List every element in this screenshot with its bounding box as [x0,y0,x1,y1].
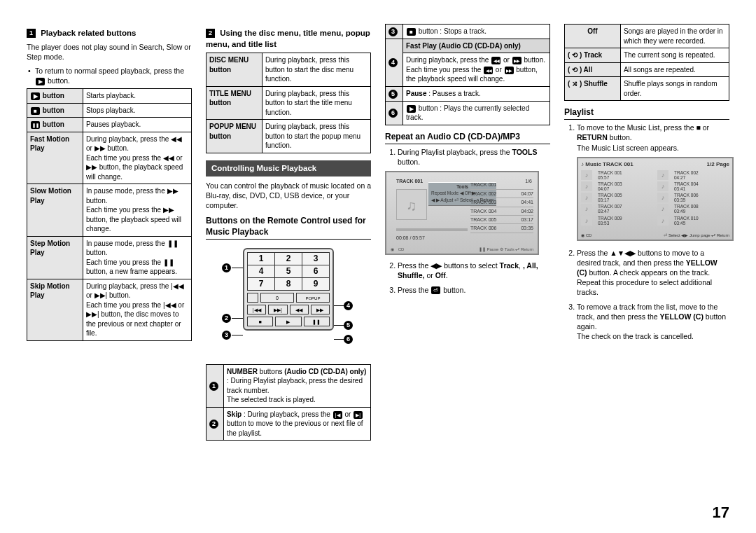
pause-icon [31,121,40,129]
tools-screenshot: TRACK 001 1/6 ♫ Tools Repeat Mode ◀ Off … [385,171,539,255]
music-list-screenshot: ♪ Music TRACK 0011/2 Page ♪TRACK 00105:5… [577,157,734,241]
remote-callout-table-b: 3 button : Stops a track. 4Fast Play (Au… [385,24,550,125]
play-icon [36,78,45,85]
callout-num-1: 1 [209,382,218,391]
repeat-steps-cont: Press the ◀▶ buttons to select Track, , … [385,261,550,295]
heading-disc-menu: 2 Using the disc menu, title menu, popup… [206,28,371,50]
mock-bottom-bar: ◉ CD❚❚ Pause ⚙ Tools ⮐ Return [386,247,538,252]
heading-playback-buttons: 1 Playback related buttons [27,28,192,39]
fast-motion-desc: During playback, press the ◀◀ or ▶▶ butt… [83,132,191,184]
key-3[interactable]: 3 [302,252,330,265]
callout-num-2: 2 [209,420,218,429]
pl-step-1: To move to the Music List, press the ■ o… [577,123,729,241]
callout-1: 1 [222,263,231,272]
heading-text: Playback related buttons [41,29,136,37]
mock2-page: 1/2 Page [707,161,729,169]
playback-note: The player does not play sound in Search… [27,42,192,62]
skip-prev-icon [333,411,342,419]
key-blank [247,293,258,303]
mock2-header: ♪ Music TRACK 001 [581,161,634,169]
repeat-steps: During Playlist playback, press the TOOL… [385,147,550,167]
callout-3: 3 [222,331,231,340]
menu-buttons-table: DISC MENU buttonDuring playback, press t… [206,53,371,153]
pl-step-2: Press the ▲▼◀▶ buttons to move to a desi… [577,248,729,298]
key-skip-prev[interactable]: |◀◀ [247,305,266,314]
key-skip-next[interactable]: ▶▶| [268,305,287,314]
remote-diagram: 123 456 789 0 POPUP |◀◀ ▶▶| ◀◀ ▶▶ ■ [208,245,369,357]
skip-next-icon [354,411,363,419]
mock-track-title: TRACK 001 [396,178,423,184]
step-3: Press the button. [398,285,550,295]
remote-callout-table-a: 1NUMBER buttons (Audio CD (CD-DA) only) … [206,364,371,441]
callout-num-6: 6 [388,109,398,118]
callout-num-5: 5 [388,90,398,99]
callout-2: 2 [222,314,231,323]
music-control-desc: You can control the playback of music lo… [206,181,371,211]
enter-icon [431,286,440,294]
callout-num-3: 3 [388,27,398,36]
fast-play-header: Fast Play (Audio CD (CD-DA) only) [403,39,550,53]
section-number-1: 1 [27,29,36,38]
key-stop[interactable]: ■ [247,317,273,326]
key-2[interactable]: 2 [275,252,302,265]
rewind-icon [484,67,493,74]
step-motion-label: Step Motion Play [27,236,83,279]
remote-keypad: 123 456 789 [247,252,330,291]
heading-controlling-music: Controlling Music Playback [206,160,371,177]
playlist-steps: To move to the Music List, press the ■ o… [564,123,729,341]
music-note-icon: ♫ [396,189,427,220]
skip-motion-desc: During playback, press the |◀◀ or ▶▶| bu… [83,279,191,340]
section-number-2: 2 [206,29,215,38]
step-2: Press the ◀▶ buttons to select Track, , … [398,261,550,280]
progress-bar [396,228,468,231]
slow-motion-desc: In pause mode, press the ▶▶ button. Each… [83,184,191,237]
mock-tracklist: TRACK 001 TRACK 002 04:07 TRACK 003 04:4… [470,181,533,233]
key-6[interactable]: 6 [302,265,330,277]
heading-repeat-cd: Repeat an Audio CD (CD-DA)/MP3 [385,131,550,144]
key-0[interactable]: 0 [260,293,294,303]
mock-time: 00:08 / 05:57 [396,235,425,241]
key-4[interactable]: 4 [248,265,275,277]
column-4: OffSongs are played in the order in whic… [564,21,729,446]
key-rewind[interactable]: ◀◀ [290,305,309,314]
heading-text: Using the disc menu, title menu, popup m… [206,29,370,48]
page-number: 17 [713,502,729,523]
callout-num-4: 4 [388,58,398,67]
step-1: During Playlist playback, press the TOOL… [398,147,550,167]
playback-buttons-table: buttonStarts playback. buttonStops playb… [27,88,192,341]
step-motion-desc: In pause mode, press the ❚❚ button. Each… [83,236,191,279]
pl-step-3: To remove a track from the list, move to… [577,302,729,342]
remote-body: 123 456 789 0 POPUP |◀◀ ▶▶| ◀◀ ▶▶ ■ [243,248,334,331]
mock2-grid: ♪TRACK 00105:57♪TRACK 00204:27♪TRACK 003… [581,170,729,226]
heading-playlist: Playlist [564,106,729,120]
fast-motion-label: Fast Motion Play [27,132,83,184]
ff-icon [505,67,514,74]
key-8[interactable]: 8 [275,277,302,290]
bullet-return-normal: To return to normal speed playback, pres… [27,66,192,85]
key-5[interactable]: 5 [275,265,302,277]
column-1: 1 Playback related buttons The player do… [27,21,192,446]
key-7[interactable]: 7 [248,277,275,290]
stop-icon [407,28,416,36]
repeat-mode-table: OffSongs are played in the order in whic… [564,24,729,101]
rewind-icon [491,57,500,64]
column-2: 2 Using the disc menu, title menu, popup… [206,21,371,446]
column-3: 3 button : Stops a track. 4Fast Play (Au… [385,21,550,446]
key-pause[interactable]: ❚❚ [304,317,330,326]
stop-icon [31,107,40,115]
page-columns: 1 Playback related buttons The player do… [27,21,729,446]
ff-icon [512,57,522,64]
key-1[interactable]: 1 [248,252,275,265]
play-icon [407,105,416,113]
play-icon [31,92,40,100]
key-play[interactable]: ▶ [275,317,301,326]
key-popup[interactable]: POPUP [296,293,330,303]
playback-bullets: To return to normal speed playback, pres… [27,66,192,85]
skip-motion-label: Skip Motion Play [27,279,83,340]
slow-motion-label: Slow Motion Play [27,184,83,237]
key-fast-forward[interactable]: ▶▶ [311,305,330,314]
heading-remote-buttons: Buttons on the Remote Control used for M… [206,215,371,240]
key-9[interactable]: 9 [302,277,330,290]
